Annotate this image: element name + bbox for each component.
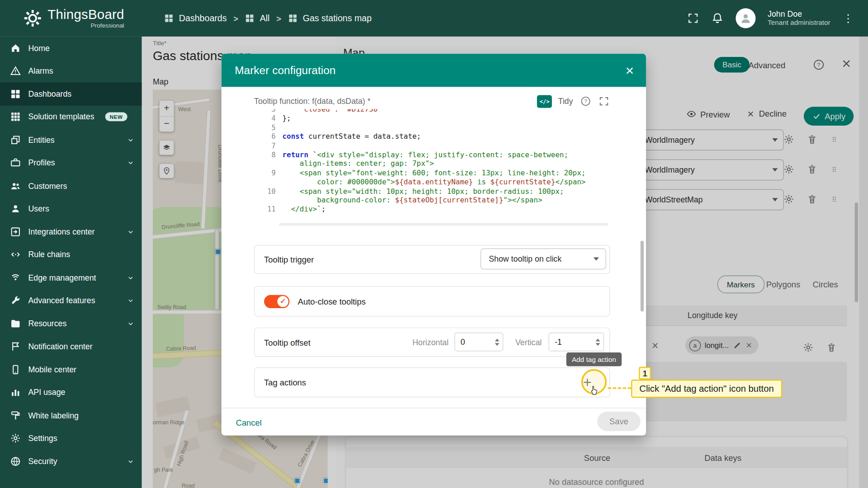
breadcrumb-item-gas-stations-map[interactable]: Gas stations map [288, 13, 372, 23]
line-number: 6 [254, 132, 283, 141]
horizontal-offset-input[interactable] [461, 338, 493, 347]
stepper-icons[interactable] [596, 338, 600, 346]
tooltip-function-editor[interactable]: 3 'closed': '#D12730' 4 }; 5 6 const cur… [254, 109, 611, 226]
sidebar-item-label: Notification center [28, 342, 92, 351]
fullscreen-icon[interactable] [687, 12, 699, 24]
line-number: 5 [254, 123, 283, 132]
sidebar-item-label: Users [28, 204, 49, 213]
breadcrumb-item-all[interactable]: All [245, 13, 270, 23]
sidebar-item-edge-management[interactable]: Edge management [0, 266, 142, 289]
sidebar-nav: Home Alarms Dashboards Solution template… [0, 37, 142, 488]
chevron-down-icon [594, 257, 599, 260]
stepper-icons[interactable] [495, 338, 500, 346]
app-header: ThingsBoard Professional Dashboards> All… [0, 0, 868, 37]
auto-close-label: Auto-close tooltips [298, 296, 366, 306]
sidebar-item-resources[interactable]: Resources [0, 312, 142, 335]
sidebar-item-label: Solution templates [28, 113, 94, 122]
sidebar-item-label: White labeling [28, 411, 79, 420]
code-line: 11 </div>`; [254, 205, 611, 214]
editor-hscrollbar[interactable] [279, 223, 609, 225]
expand-editor-icon[interactable] [599, 96, 609, 107]
sidebar-item-api-usage[interactable]: API usage [0, 381, 142, 404]
gear-icon [10, 433, 21, 444]
avatar[interactable] [736, 8, 755, 28]
user-name: John Doe [768, 9, 830, 19]
breadcrumb-item-dashboards[interactable]: Dashboards [164, 13, 227, 23]
sidebar-item-alarms[interactable]: Alarms [0, 60, 142, 83]
code-embed-icon[interactable]: </> [537, 95, 552, 108]
sidebar-item-label: Alarms [28, 66, 53, 75]
sidebar-item-home[interactable]: Home [0, 37, 142, 60]
tidy-button[interactable]: Tidy [558, 97, 573, 106]
sidebar-item-label: Integrations center [28, 227, 94, 236]
code-line: 3 'closed': '#D12730' [254, 109, 611, 114]
auto-close-toggle[interactable]: ✓ [264, 295, 289, 308]
user-info: John Doe Tenant administrator [768, 9, 830, 28]
kebab-menu-icon[interactable]: ⋮ [843, 12, 854, 25]
code-line: 7 [254, 141, 611, 150]
sidebar-item-label: Dashboards [28, 89, 71, 99]
notifications-bell-icon[interactable] [711, 12, 723, 24]
tag-actions-label: Tag actions [264, 378, 306, 387]
sidebar-item-integrations-center[interactable]: Integrations center [0, 220, 142, 243]
vertical-label: Vertical [515, 338, 542, 347]
sidebar-item-settings[interactable]: Settings [0, 427, 142, 450]
tag-actions-row: Tag actions [254, 367, 610, 397]
svg-text:?: ? [584, 99, 587, 104]
dialog-header: Marker configuration × [222, 54, 646, 87]
help-icon[interactable]: ? [580, 96, 591, 107]
sidebar-item-security[interactable]: Security [0, 450, 142, 473]
annotation-connector [608, 387, 631, 389]
horizontal-label: Horizontal [412, 338, 448, 347]
sidebar-item-label: Profiles [28, 159, 55, 168]
breadcrumb-separator: > [233, 14, 238, 23]
profiles-icon [10, 157, 21, 168]
flag-icon [10, 341, 21, 352]
horizontal-offset-field [454, 333, 503, 352]
header-actions: John Doe Tenant administrator ⋮ [687, 8, 854, 28]
home-icon [10, 42, 21, 53]
add-tag-action-tooltip: Add tag action [566, 352, 622, 366]
sidebar-item-notification-center[interactable]: Notification center [0, 335, 142, 358]
sidebar-item-profiles[interactable]: Profiles [0, 151, 142, 174]
code-line: 9 <span style="font-weight: 600; font-si… [254, 169, 611, 187]
tooltip-trigger-select[interactable]: Show tooltip on click [481, 249, 606, 270]
tooltip-offset-label: Tooltip offset [264, 338, 311, 347]
sidebar-item-rule-chains[interactable]: Rule chains [0, 243, 142, 266]
toggle-thumb: ✓ [277, 296, 288, 306]
sidebar-item-mobile-center[interactable]: Mobile center [0, 358, 142, 381]
tooltip-function-label: Tooltip function: f(data, dsData) * [254, 97, 371, 106]
sidebar-item-customers[interactable]: Customers [0, 174, 142, 197]
dashboard-grid-icon [164, 13, 174, 23]
dialog-close-icon[interactable]: × [625, 63, 634, 78]
sidebar-item-users[interactable]: Users [0, 197, 142, 221]
sidebar-item-solution-templates[interactable]: Solution templates NEW [0, 105, 142, 128]
new-badge: NEW [105, 113, 127, 122]
save-button[interactable]: Save [597, 412, 641, 431]
sidebar-item-advanced-features[interactable]: Advanced features [0, 289, 142, 312]
dialog-scrollbar[interactable] [641, 241, 644, 312]
breadcrumb: Dashboards> All> Gas stations map [164, 13, 372, 23]
sidebar-item-dashboards[interactable]: Dashboards [0, 82, 142, 105]
footer-divider [222, 408, 646, 408]
line-number: 9 [254, 169, 283, 187]
sidebar-item-label: API usage [28, 388, 65, 397]
thingsboard-app: Title* Gas stations map Map WestDrunclif… [0, 0, 868, 488]
sidebar-item-label: Resources [28, 319, 66, 328]
rules-icon [10, 249, 21, 260]
vertical-offset-input[interactable] [555, 338, 594, 347]
sidebar-item-label: Security [28, 457, 57, 466]
cancel-button[interactable]: Cancel [231, 414, 266, 431]
line-number: 8 [254, 150, 283, 169]
sidebar-item-white-labeling[interactable]: White labeling [0, 404, 142, 427]
dashboards-icon [10, 89, 21, 99]
line-number: 10 [254, 187, 283, 205]
sidebar-item-label: Customers [28, 181, 67, 190]
chevron-down-icon [126, 296, 135, 305]
solution-icon [10, 111, 21, 122]
chevron-down-icon [126, 227, 135, 236]
entities-icon [10, 134, 21, 145]
line-number: 3 [254, 109, 283, 114]
brand: ThingsBoard Professional [47, 8, 124, 29]
sidebar-item-entities[interactable]: Entities [0, 128, 142, 151]
